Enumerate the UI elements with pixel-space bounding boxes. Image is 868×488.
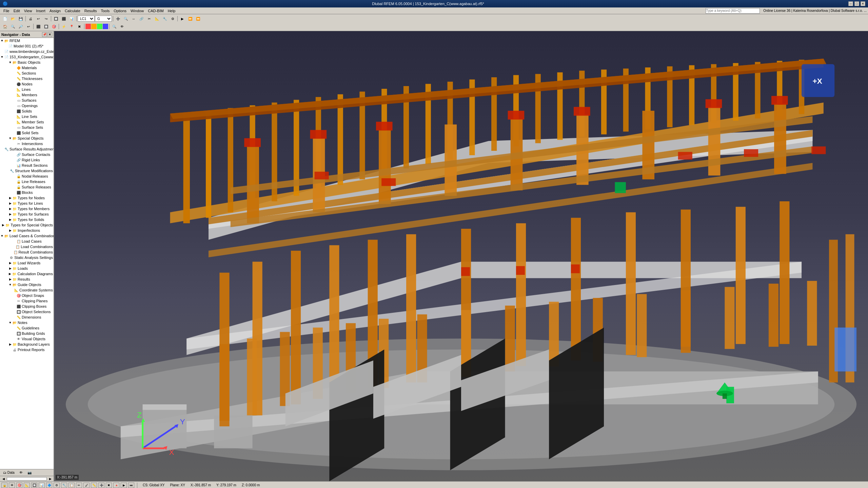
tree-item-loads[interactable]: ▶📁Loads <box>0 266 54 271</box>
tree-expand-nodes[interactable] <box>12 82 16 86</box>
tree-expand-thicknesses[interactable] <box>12 77 16 81</box>
status-btn-13[interactable]: 📏 <box>91 483 97 488</box>
nav-close-btn[interactable]: ✕ <box>47 32 52 37</box>
tree-item-loadCombinations[interactable]: 📋Load Combinations <box>0 244 54 249</box>
tree-item-resultCombinations[interactable]: 📋Result Combinations <box>0 249 54 255</box>
close-button[interactable]: ✕ <box>861 1 865 6</box>
view3d-btn-1[interactable]: ⬛ <box>35 23 42 30</box>
view-btn-2[interactable]: ⬛ <box>60 15 67 22</box>
tree-item-typesForSpecial[interactable]: ▶📁Types for Special Objects <box>0 222 54 228</box>
tree-item-guidelines[interactable]: 📏Guidelines <box>0 325 54 331</box>
tree-expand-typesForMembers[interactable]: ▶ <box>8 207 12 211</box>
tree-item-surfaceSets[interactable]: ▭Surface Sets <box>0 125 54 130</box>
save-btn[interactable]: 💾 <box>17 15 24 22</box>
tree-expand-lines[interactable] <box>12 87 16 92</box>
nav-btn-4[interactable]: ↩ <box>25 23 32 30</box>
status-btn-16[interactable]: 🔺 <box>113 483 119 488</box>
tree-expand-structureMods[interactable] <box>5 169 9 173</box>
redo-btn[interactable]: ↪ <box>42 15 50 22</box>
status-btn-17[interactable]: ▶ <box>121 483 127 488</box>
status-btn-5[interactable]: 🔲 <box>31 483 37 488</box>
tree-item-model153[interactable]: ▼📄153_Kindergarten_C(www.agabau.at.rf5* <box>0 54 54 60</box>
menu-item-assign[interactable]: Assign <box>47 8 63 14</box>
tree-item-loadCases[interactable]: 📋Load Cases <box>0 239 54 244</box>
tree-item-loadWizards[interactable]: ▶📁Load Wizards <box>0 260 54 266</box>
tree-expand-objectSnaps[interactable] <box>12 293 16 298</box>
tree-item-surfaceResultsAdj[interactable]: 🔧Surface Results Adjustments <box>0 146 54 152</box>
tree-expand-clippingPlanes[interactable] <box>12 299 16 303</box>
data-tab[interactable]: 🗂 Data <box>1 469 16 476</box>
tree-expand-imperfections[interactable]: ▶ <box>8 228 12 232</box>
viewport-3d[interactable]: Y X Z +X X:-391.857 m <box>54 31 868 481</box>
tool-btn-7[interactable]: 🔧 <box>161 15 169 22</box>
tree-item-sections[interactable]: 📏Sections <box>0 70 54 76</box>
tree-expand-loadCombinations[interactable] <box>11 245 15 249</box>
lc-dropdown[interactable]: LC1 <box>78 16 95 22</box>
tree-item-typesForNodes[interactable]: ▶📁Types for Nodes <box>0 195 54 201</box>
tree-expand-nodalReleases[interactable] <box>12 174 16 178</box>
tree-item-lines[interactable]: 📐Lines <box>0 87 54 92</box>
tree-expand-surfaceResultsAdj[interactable] <box>0 147 4 151</box>
tree-expand-specialObjects[interactable]: ▼ <box>8 136 12 140</box>
tree-expand-loadCases[interactable] <box>12 239 16 243</box>
tree-expand-surfaceContacts[interactable] <box>12 152 16 157</box>
tree-expand-surfaceReleases[interactable] <box>12 185 16 189</box>
tree-expand-solidSets[interactable] <box>12 131 16 135</box>
tree-expand-backgroundLayers[interactable]: ▶ <box>8 342 12 346</box>
tree-item-clippingBoxes[interactable]: ⬛Clipping Boxes <box>0 304 54 309</box>
tree-item-staticAnalysisSettings[interactable]: ⚙Static Analysis Settings <box>0 255 54 260</box>
minimize-button[interactable]: ─ <box>848 1 853 6</box>
tree-item-specialObjects[interactable]: ▼📂Special Objects <box>0 136 54 141</box>
tree-expand-sections[interactable] <box>12 71 16 75</box>
tree-item-rigidLinks[interactable]: 🔗Rigid Links <box>0 157 54 163</box>
tree-item-visualObjects[interactable]: 👁Visual Objects <box>0 336 54 342</box>
tree-item-dimensions[interactable]: 📏Dimensions <box>0 314 54 320</box>
tree-expand-coordinateSystems[interactable] <box>10 288 14 292</box>
tool-btn-2[interactable]: 🔍 <box>122 15 130 22</box>
tree-expand-loadCasesCombinations[interactable]: ▼ <box>0 234 4 238</box>
tree-item-openings[interactable]: ▭Openings <box>0 103 54 108</box>
tree-item-buildingGrids[interactable]: 🔲Building Grids <box>0 331 54 336</box>
tree-item-solidSets[interactable]: ⬛Solid Sets <box>0 130 54 136</box>
tree-expand-notes[interactable]: ▼ <box>8 321 12 325</box>
tree-expand-surfaces[interactable] <box>12 98 16 102</box>
status-btn-10[interactable]: 📋 <box>68 483 75 488</box>
undo-btn[interactable]: ↩ <box>35 15 42 22</box>
tree-expand-results[interactable]: ▶ <box>8 277 12 281</box>
tree-item-results[interactable]: ▶📁Results <box>0 277 54 282</box>
tree-item-clippingPlanes[interactable]: ✂Clipping Planes <box>0 298 54 304</box>
color-btn-1[interactable] <box>85 24 91 29</box>
tree-item-thicknesses[interactable]: 📏Thicknesses <box>0 76 54 81</box>
tree-expand-objectSelections[interactable] <box>12 310 16 314</box>
tree-expand-model153[interactable]: ▼ <box>0 55 4 59</box>
tree-expand-guidelines[interactable] <box>12 326 16 330</box>
tree-expand-clippingBoxes[interactable] <box>12 304 16 308</box>
menu-item-options[interactable]: Options <box>112 8 129 14</box>
status-btn-18[interactable]: ⏭ <box>128 483 134 488</box>
tree-item-nodalReleases[interactable]: 🔓Nodal Releases <box>0 174 54 179</box>
tree-item-coordinateSystems[interactable]: 📐Coordinate Systems <box>0 287 54 293</box>
tool-btn-6[interactable]: 📐 <box>153 15 161 22</box>
status-btn-15[interactable]: ✖ <box>106 483 112 488</box>
tree-item-solids[interactable]: ⬛Solids <box>0 108 54 114</box>
tree-item-basicObjects[interactable]: ▼📂Basic Objects <box>0 60 54 65</box>
tree-expand-typesForNodes[interactable]: ▶ <box>8 196 12 200</box>
menu-item-results[interactable]: Results <box>82 8 99 14</box>
tree-expand-memberSets[interactable] <box>12 120 16 124</box>
tree-expand-printoutReports[interactable] <box>8 348 12 352</box>
tree-item-lineSets[interactable]: 📐Line Sets <box>0 114 54 119</box>
tree-expand-intersections[interactable] <box>12 142 16 146</box>
status-btn-3[interactable]: 🎯 <box>16 483 22 488</box>
g-dropdown[interactable]: G <box>95 16 112 22</box>
tree-expand-members[interactable] <box>12 93 16 97</box>
status-btn-7[interactable]: 🔷 <box>46 483 52 488</box>
tree-expand-typesForSurfaces[interactable]: ▶ <box>8 212 12 216</box>
tool-btn-4[interactable]: 🔗 <box>138 15 145 22</box>
tree-expand-dimensions[interactable] <box>12 315 16 319</box>
tree-item-ester[interactable]: 📄www.timberdesign.cz_Ester-Tower-in-Jenı… <box>0 49 54 54</box>
tree-expand-rigidLinks[interactable] <box>12 158 16 162</box>
tree-item-nodes[interactable]: ⚫Nodes <box>0 81 54 87</box>
menu-item-insert[interactable]: Insert <box>34 8 47 14</box>
menu-item-tools[interactable]: Tools <box>99 8 112 14</box>
status-btn-11[interactable]: ✏ <box>76 483 82 488</box>
